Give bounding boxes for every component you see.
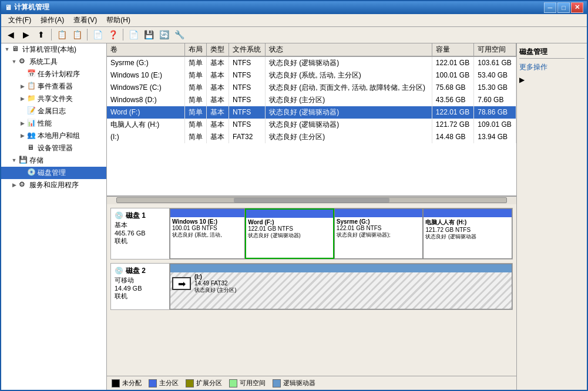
table-row[interactable]: Windows 10 (E:)简单基本NTFS状态良好 (系统, 活动, 主分区… [107,69,516,82]
disk2-info: 💿 磁盘 2 可移动 14.49 GB 联机 [111,264,170,309]
toolbar: ◀ ▶ ⬆ 📋 📋 📄 ❓ 📄 💾 🔄 🔧 [1,27,587,43]
table-row[interactable]: Windows7E (C:)简单基本NTFS状态良好 (启动, 页面文件, 活动… [107,82,516,94]
up-button[interactable]: ⬆ [34,28,48,41]
copy-button[interactable]: 📋 [55,28,69,41]
legend-primary-label: 主分区 [159,379,179,387]
disk1-status: 联机 [115,237,166,245]
help-btn[interactable]: ❓ [106,28,120,41]
perf-icon: 📊 [27,119,36,128]
menu-bar: 文件(F) 操作(A) 查看(V) 帮助(H) [1,14,587,27]
disk2-partition-i[interactable]: ➡ (I:) 14.49 FAT32 状态良好 (主分区) [170,264,512,309]
new-button[interactable]: 📄 [126,28,140,41]
disk-map-area: 💿 磁盘 1 基本 465.76 GB 联机 [107,204,516,376]
col-layout: 布局 [184,43,207,56]
legend-logical-color [273,379,281,387]
tree-event-viewer[interactable]: ▶ 📋 事件查看器 [1,80,106,93]
legend-logical-label: 逻辑驱动器 [283,379,315,387]
horizontal-scrollbar[interactable] [107,196,516,204]
expand-icon: ▼ [9,57,19,66]
calendar-icon: 📅 [27,69,36,79]
table-row[interactable]: 电脑人人有 (H:)简单基本NTFS状态良好 (逻辑驱动器)121.72 GB1… [107,119,516,131]
menu-action[interactable]: 操作(A) [36,14,69,26]
action-more-arrow[interactable]: ▶ [519,76,584,84]
disk1-info: 💿 磁盘 1 基本 465.76 GB 联机 [111,208,170,259]
table-cell: 简单 [184,82,207,94]
toolbar-separator-2 [87,29,88,41]
tree-storage-label: 存储 [29,156,43,166]
expand-icon: ▶ [18,82,27,91]
expand-icon: ▶ [18,94,27,103]
table-cell: 122.01 GB [432,56,474,69]
table-cell: NTFS [229,56,265,69]
tree-log-label: 金属日志 [38,106,66,116]
back-button[interactable]: ◀ [4,28,18,41]
export-button[interactable]: 💾 [142,28,156,41]
tree-local-users[interactable]: ▶ 👥 本地用户和组 [1,130,106,142]
toolbar-separator-1 [51,29,52,41]
close-button[interactable]: ✕ [571,2,583,13]
legend-extended: 扩展分区 [186,379,222,387]
minimize-button[interactable]: ─ [544,2,556,13]
disk2-type: 可移动 [115,276,166,285]
menu-view[interactable]: 查看(V) [69,14,102,26]
table-cell: 简单 [184,94,207,106]
table-area: 卷 布局 类型 文件系统 状态 容量 可用空间 Sysrme (G:)简单基本N… [107,43,516,196]
maximize-button[interactable]: □ [557,2,570,13]
table-cell: 状态良好 (主分区) [266,131,432,143]
table-cell: 状态良好 (系统, 活动, 主分区) [266,69,432,82]
action-panel-title: 磁盘管理 [519,46,584,59]
users-icon: 👥 [27,131,36,140]
table-row[interactable]: Sysrme (G:)简单基本NTFS状态良好 (逻辑驱动器)122.01 GB… [107,56,516,69]
properties-button[interactable]: 📄 [90,28,105,41]
table-cell: 100.01 GB [432,69,474,82]
table-cell: 简单 [184,131,207,143]
action-more[interactable]: 更多操作 [519,61,584,73]
main-container: ▼ 🖥 计算机管理(本地) ▼ ⚙ 系统工具 ▶ 📅 任务计划程序 ▶ 📋 事件… [1,43,587,390]
table-cell: 13.94 GB [474,131,516,143]
table-cell: 状态良好 (逻辑驱动器) [266,106,432,119]
tree-log[interactable]: ▶ 📝 金属日志 [1,105,106,117]
tree-root[interactable]: ▼ 🖥 计算机管理(本地) [1,43,106,56]
action-panel: 磁盘管理 更多操作 ▶ [516,43,587,390]
tree-task-scheduler[interactable]: ▶ 📅 任务计划程序 [1,68,106,80]
log-icon: 📝 [27,106,36,116]
tree-disk-management[interactable]: ▶ 💿 磁盘管理 [1,167,106,179]
table-row[interactable]: Windows8 (D:)简单基本NTFS状态良好 (主分区)43.56 GB7… [107,94,516,106]
tree-disk-label: 磁盘管理 [38,168,66,178]
tree-performance[interactable]: ▶ 📊 性能 [1,117,106,130]
tree-services[interactable]: ▶ ⚙ 服务和应用程序 [1,179,106,191]
table-cell: 简单 [184,69,207,82]
tree-shared-folders[interactable]: ▶ 📁 共享文件夹 [1,93,106,105]
refresh-button[interactable]: 🔄 [157,28,171,41]
legend-extended-color [186,379,194,387]
tree-device-manager[interactable]: ▶ 🖥 设备管理器 [1,142,106,154]
table-row[interactable]: (I:)简单基本FAT32状态良好 (主分区)14.48 GB13.94 GB [107,131,516,143]
table-cell: 状态良好 (逻辑驱动器) [266,56,432,69]
event-icon: 📋 [27,82,36,91]
tree-root-label: 计算机管理(本地) [22,45,76,55]
disk1-partition-word[interactable]: Word (F:) 122.01 GB NTFS 状态良好 (逻辑驱动器) [245,208,334,259]
menu-file[interactable]: 文件(F) [4,14,36,26]
table-cell: 简单 [184,106,207,119]
tree-event-label: 事件查看器 [38,82,73,92]
table-cell: NTFS [229,69,265,82]
disk1-partition-sysrme[interactable]: Sysrme (G:) 122.01 GB NTFS 状态良好 (逻辑驱动器); [334,208,424,259]
disk1-icon: 💿 [115,211,123,220]
toolbar-extra[interactable]: 🔧 [172,28,186,41]
forward-button[interactable]: ▶ [19,28,33,41]
legend-logical: 逻辑驱动器 [273,379,315,387]
disk1-name: 💿 磁盘 1 [115,211,166,221]
tree-system-tools[interactable]: ▼ ⚙ 系统工具 [1,56,106,68]
table-row[interactable]: Word (F:)简单基本NTFS状态良好 (逻辑驱动器)122.01 GB78… [107,106,516,119]
disk1-partition-win10[interactable]: Windows 10 (E:) 100.01 GB NTFS 状态良好 (系统,… [170,208,245,259]
disk-table: 卷 布局 类型 文件系统 状态 容量 可用空间 Sysrme (G:)简单基本N… [107,43,516,143]
disk1-partition-diannao[interactable]: 电脑人人有 (H:) 121.72 GB NTFS 状态良好 (逻辑驱动器 [423,208,512,259]
left-panel: ▼ 🖥 计算机管理(本地) ▼ ⚙ 系统工具 ▶ 📅 任务计划程序 ▶ 📋 事件… [1,43,107,390]
col-capacity: 容量 [432,43,474,56]
table-cell: 43.56 GB [432,94,474,106]
paste-button[interactable]: 📋 [70,28,84,41]
tree-storage[interactable]: ▼ 💾 存储 [1,154,106,167]
table-cell: FAT32 [229,131,265,143]
title-bar: 🖥 计算机管理 ─ □ ✕ [1,1,587,14]
menu-help[interactable]: 帮助(H) [102,14,135,26]
